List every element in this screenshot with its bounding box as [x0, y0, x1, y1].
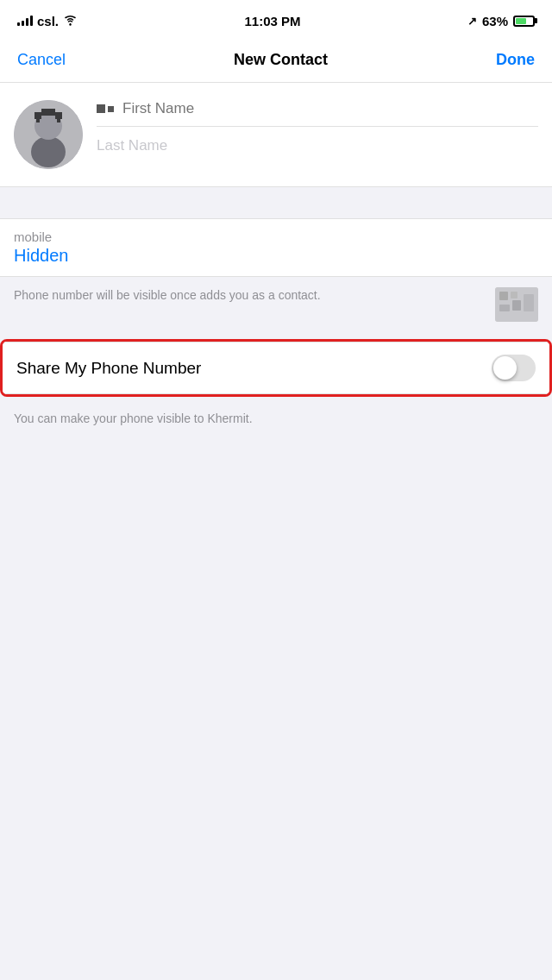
svg-rect-14 — [512, 300, 521, 311]
signal-bar-1 — [17, 22, 20, 26]
phone-value: Hidden — [14, 246, 538, 266]
info-image — [495, 287, 538, 322]
phone-section: mobile Hidden — [0, 218, 552, 277]
share-phone-section: Share My Phone Number — [3, 342, 549, 394]
page-title: New Contact — [234, 51, 328, 69]
contact-form-section — [0, 83, 552, 187]
share-phone-section-wrapper: Share My Phone Number — [0, 339, 552, 397]
svg-rect-7 — [55, 112, 62, 119]
svg-rect-15 — [524, 294, 534, 311]
status-bar: csl. 11:03 PM ↗ 63% — [0, 0, 552, 38]
done-button[interactable]: Done — [496, 51, 535, 69]
phone-label: mobile — [14, 229, 538, 244]
footer-text: You can make your phone visible to Kherm… — [14, 411, 538, 428]
info-section: Phone number will be visible once adds y… — [0, 277, 552, 332]
status-right: ↗ 63% — [467, 14, 535, 28]
last-name-input[interactable] — [97, 127, 538, 154]
svg-rect-9 — [57, 119, 60, 122]
status-time: 11:03 PM — [244, 14, 300, 28]
carrier-name: csl. — [37, 14, 59, 28]
battery-percent: 63% — [482, 14, 508, 28]
first-name-row — [97, 100, 538, 127]
toggle-knob — [493, 356, 517, 380]
signal-bar-2 — [22, 21, 24, 26]
status-left: csl. — [17, 14, 78, 28]
share-phone-label: Share My Phone Number — [16, 359, 201, 378]
svg-rect-13 — [499, 305, 510, 311]
share-phone-toggle[interactable] — [492, 355, 536, 381]
location-arrow-icon: ↗ — [467, 15, 477, 28]
info-text: Phone number will be visible once adds y… — [14, 287, 481, 305]
footer-note: You can make your phone visible to Kherm… — [0, 404, 552, 442]
svg-rect-5 — [41, 109, 48, 116]
first-name-input[interactable] — [122, 100, 538, 117]
svg-rect-4 — [34, 112, 41, 119]
svg-rect-8 — [36, 119, 40, 122]
section-spacer — [0, 187, 552, 218]
wifi-icon — [63, 14, 78, 28]
battery-icon — [513, 16, 535, 27]
svg-rect-6 — [48, 109, 55, 116]
avatar-image — [14, 100, 83, 169]
signal-bar-3 — [26, 18, 28, 26]
name-fields — [97, 100, 538, 154]
nav-bar: Cancel New Contact Done — [0, 38, 552, 83]
svg-point-0 — [69, 23, 71, 25]
name-icon — [97, 104, 114, 113]
signal-bar-4 — [30, 16, 33, 26]
avatar[interactable] — [14, 100, 83, 169]
svg-rect-12 — [511, 292, 518, 298]
svg-rect-11 — [499, 292, 508, 300]
signal-bars-icon — [17, 16, 33, 26]
svg-point-2 — [31, 136, 66, 167]
cancel-button[interactable]: Cancel — [17, 51, 66, 69]
